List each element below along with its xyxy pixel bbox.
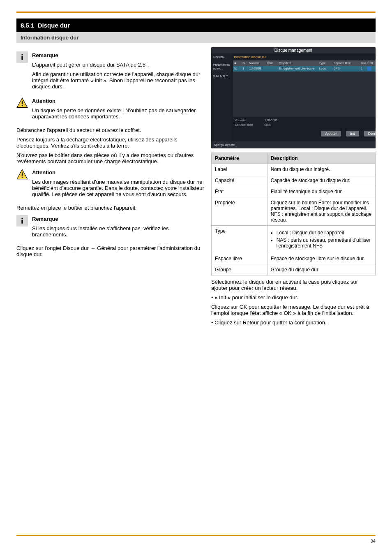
table-row: GroupeGroupe du disque dur xyxy=(212,264,376,275)
info-icon xyxy=(16,51,28,63)
table-head-desc: Description xyxy=(267,153,375,164)
warn-box-2: Attention Les dommages résultant d'une m… xyxy=(16,169,205,201)
lower-p1: Sélectionnez le disque dur en activant l… xyxy=(211,279,376,291)
info1-p1: L'appareil peut gérer un disque dur SATA… xyxy=(32,62,205,68)
table-row: Type Local : Disque dur de l'appareil NA… xyxy=(212,226,376,253)
warn-box-1: Attention Un risque de perte de données … xyxy=(16,97,205,123)
svg-rect-1 xyxy=(21,56,23,60)
table-row: LabelNom du disque dur intégré. xyxy=(212,164,376,175)
warn2-p1: Les dommages résultant d'une mauvaise ma… xyxy=(32,179,205,197)
shot-side-general: Général xyxy=(213,55,230,59)
shot-back-button: Derrier xyxy=(364,131,376,136)
warning-icon xyxy=(16,97,28,109)
shot-summary: VolumeEspace libre 1,863GB0KB xyxy=(233,117,376,127)
svg-rect-6 xyxy=(22,172,23,176)
footer-page-number: 34 xyxy=(371,539,376,543)
info-box-2: Remarque Si les disques durs installés n… xyxy=(16,215,205,241)
table-head-param: Paramètre xyxy=(212,153,267,164)
svg-rect-9 xyxy=(21,220,23,224)
info-box-1: Remarque L'appareil peut gérer un disque… xyxy=(16,51,205,93)
left2-p1: Remettez en place le boîtier et branchez… xyxy=(16,205,205,211)
svg-rect-4 xyxy=(22,105,23,106)
warning-icon xyxy=(16,169,28,180)
table-row: ÉtatFiabilité technique du disque dur. xyxy=(212,186,376,197)
left-p1: Débranchez l'appareil du secteur et ouvr… xyxy=(16,127,205,133)
lower-p3: • Cliquez sur Retour pour quitter la con… xyxy=(211,319,376,326)
shot-sidebar: Général Paramètres avan… S.M.A.R.T. xyxy=(211,53,231,141)
left-p3: N'ouvrez pas le boîtier dans des pièces … xyxy=(16,152,205,164)
table-row: PropriétéCliquez sur le bouton Éditer po… xyxy=(212,197,376,226)
left-p2: Pensez toujours à la décharge électrosta… xyxy=(16,136,205,149)
table-row: Espace libreEspace de stockage libre sur… xyxy=(212,253,376,264)
shot-side-adv: Paramètres avan… xyxy=(213,63,230,70)
shot-active-tab: Information disque dur xyxy=(233,55,376,60)
shot-table-header: ■ N Volume État Propriété Type Espace li… xyxy=(233,60,376,66)
top-rule xyxy=(16,12,376,13)
shot-side-smart: S.M.A.R.T. xyxy=(213,74,230,78)
warn1-title: Attention xyxy=(32,98,205,104)
info2-p1: Si les disques durs installés ne s'affic… xyxy=(32,225,205,238)
info1-title: Remarque xyxy=(32,52,205,58)
lower-init: • « Init » pour initialiser le disque du… xyxy=(211,294,376,301)
shot-init-button: Init xyxy=(346,131,359,136)
disk-management-screenshot: Disque management Général Paramètres ava… xyxy=(211,47,376,148)
section-title-text: Disque dur xyxy=(38,22,70,29)
shot-live-preview: Aperçu directe xyxy=(211,141,376,148)
warn2-title: Attention xyxy=(32,169,205,176)
left3-p1: Cliquez sur l'onglet Disque dur → Généra… xyxy=(16,245,205,257)
svg-point-0 xyxy=(21,54,23,56)
info-icon xyxy=(16,215,28,227)
parameter-table: Paramètre Description LabelNom du disque… xyxy=(211,153,376,275)
section-subtitle: Information disque dur xyxy=(16,32,376,43)
svg-rect-7 xyxy=(22,177,23,178)
warn1-p1: Un risque de perte de données existe ! N… xyxy=(32,107,205,120)
table-row: CapacitéCapacité de stockage du disque d… xyxy=(212,175,376,186)
page-footer: 34 xyxy=(16,535,376,543)
lower-p2: Cliquez sur OK pour acquitter le message… xyxy=(211,304,376,316)
shot-add-button: Ajouter xyxy=(321,131,341,136)
shot-table-row: ☑ 1 1,863GB Enregistrement Lire-écrire L… xyxy=(233,66,376,72)
info2-title: Remarque xyxy=(32,216,205,222)
shot-title: Disque management xyxy=(211,47,376,53)
edit-icon xyxy=(367,67,371,71)
section-number: 8.5.1 xyxy=(21,22,34,29)
svg-point-8 xyxy=(21,218,23,219)
list-item: NAS : parts du réseau, permettant d'util… xyxy=(277,237,372,249)
section-title-bar: 8.5.1 Disque dur xyxy=(16,18,376,32)
info1-p2: Afin de garantir une utilisation correct… xyxy=(32,71,205,90)
svg-rect-3 xyxy=(22,101,23,104)
list-item: Local : Disque dur de l'appareil xyxy=(277,230,372,236)
